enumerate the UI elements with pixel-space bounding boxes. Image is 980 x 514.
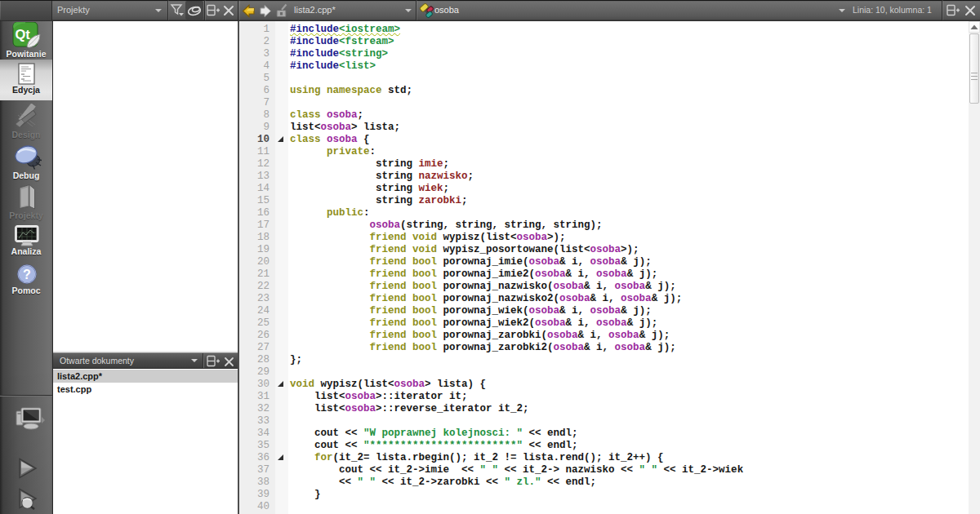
svg-text:?: ? [23, 268, 31, 281]
svg-text:Qt: Qt [16, 27, 31, 42]
